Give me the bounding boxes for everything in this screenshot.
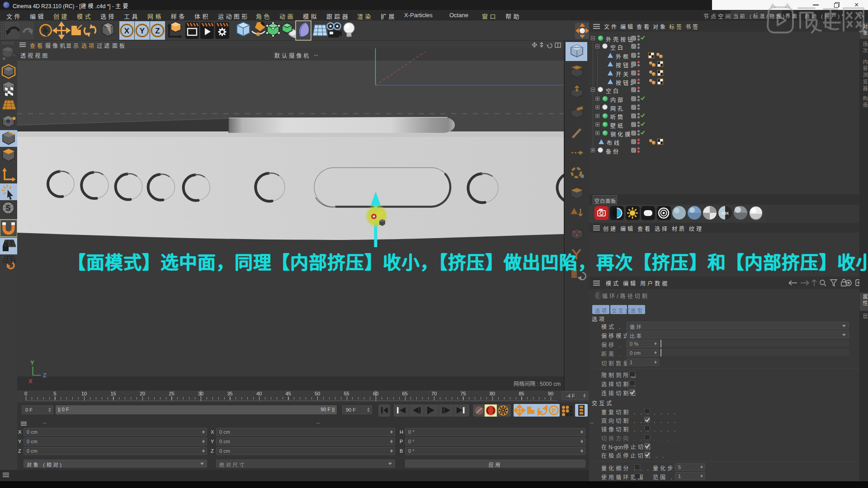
svg-text:Y: Y — [140, 27, 145, 35]
svg-text:X: X — [124, 27, 130, 35]
svg-text:S: S — [5, 204, 10, 212]
svg-text:X: X — [28, 378, 33, 385]
svg-text:Z: Z — [43, 372, 47, 379]
svg-text:P: P — [552, 407, 556, 414]
svg-text:Y: Y — [30, 359, 34, 366]
svg-text:Z: Z — [155, 27, 160, 35]
svg-text:网格间隔 : 5000 cm: 网格间隔 : 5000 cm — [514, 380, 561, 387]
